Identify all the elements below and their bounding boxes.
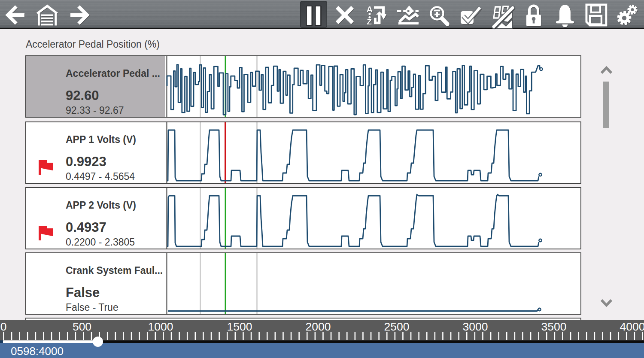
svg-text:Z: Z <box>367 17 372 26</box>
svg-text:A: A <box>367 5 373 14</box>
